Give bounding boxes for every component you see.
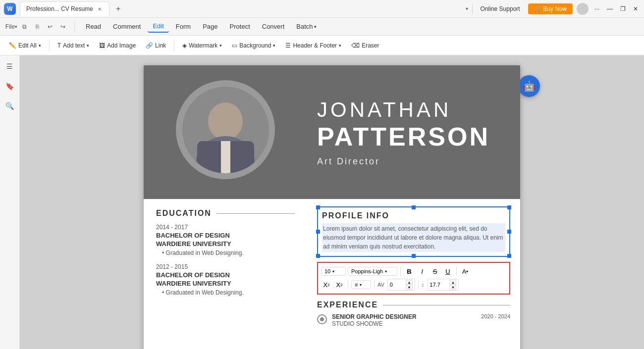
eraser-icon: ⌫ <box>351 42 360 49</box>
text-format-toolbar: 10 ▾ Poppins-Ligh ▾ B I S U <box>317 262 510 295</box>
resume-right-column: PROFILE INFO Lorem ipsum dolor sit amet,… <box>307 199 520 349</box>
file-menu[interactable]: File ▾ <box>6 21 17 32</box>
add-text-button[interactable]: T Add text ▾ <box>54 40 93 51</box>
edit-all-button[interactable]: ✏️ Edit All ▾ <box>5 40 45 51</box>
eraser-button[interactable]: ⌫ Eraser <box>347 40 383 51</box>
left-sidebar: ☰ 🔖 🔍 <box>0 55 20 349</box>
handle-bottom-mid <box>412 254 416 258</box>
menu-page[interactable]: Page <box>198 21 222 32</box>
subscript-button[interactable]: X2 <box>334 279 345 290</box>
user-avatar[interactable] <box>577 3 589 15</box>
bold-button[interactable]: B <box>404 266 415 277</box>
spacing-up[interactable]: ▲ <box>406 280 413 285</box>
avatar-inner-circle <box>182 87 269 173</box>
edit-all-icon: ✏️ <box>9 42 16 49</box>
profile-info-text[interactable]: Lorem ipsum dolor sit amet, consectetur … <box>322 223 505 252</box>
menu-protect[interactable]: Protect <box>225 21 255 32</box>
char-spacing-input[interactable]: 0 ▲ ▼ <box>387 279 415 291</box>
education-title: EDUCATION <box>156 209 295 218</box>
redo-button[interactable]: ↪ <box>57 21 68 32</box>
svg-rect-4 <box>221 141 230 173</box>
resume-header-text: JONATHAN PATTERSON Art Director <box>307 83 520 182</box>
handle-bottom-left <box>316 254 320 258</box>
menu-convert[interactable]: Convert <box>257 21 290 32</box>
watermark-button[interactable]: ◈ Watermark ▾ <box>178 40 226 51</box>
format-sep-5 <box>418 280 419 289</box>
font-color-button[interactable]: A ▾ <box>460 266 471 277</box>
undo-button[interactable]: ↩ <box>45 21 55 32</box>
close-button[interactable]: ✕ <box>631 4 640 13</box>
spacing-label: AV <box>377 282 384 288</box>
header-footer-button[interactable]: ☰ Header & Footer ▾ <box>281 40 345 51</box>
maximize-button[interactable]: ❐ <box>618 4 627 13</box>
underline-button[interactable]: U <box>442 266 453 277</box>
title-bar: W Profession... CV Resume ✕ + ▾ Online S… <box>0 0 644 18</box>
person-photo <box>182 87 269 173</box>
menu-form[interactable]: Form <box>171 21 196 32</box>
watermark-icon: ◈ <box>182 42 187 49</box>
svg-point-1 <box>208 102 243 140</box>
add-text-icon: T <box>57 42 61 49</box>
spacing-spinner[interactable]: ▲ ▼ <box>406 280 413 290</box>
sidebar-thumbnails[interactable]: ☰ <box>3 59 17 73</box>
resume-body: EDUCATION 2014 - 2017 BACHELOR OF DESIGN… <box>144 199 520 349</box>
more-options-button[interactable]: ··· <box>592 4 601 13</box>
format-row-1: 10 ▾ Poppins-Ligh ▾ B I S U <box>321 266 506 277</box>
menu-batch[interactable]: Batch ▾ <box>291 21 321 32</box>
font-name-select[interactable]: Poppins-Ligh ▾ <box>348 267 397 276</box>
online-support-link[interactable]: Online Support <box>477 3 524 14</box>
line-height-down[interactable]: ▼ <box>449 285 456 290</box>
sidebar-search[interactable]: 🔍 <box>3 99 17 113</box>
experience-line <box>383 305 510 305</box>
italic-button[interactable]: I <box>417 266 428 277</box>
new-tab-button[interactable]: + <box>111 2 125 16</box>
buy-now-button[interactable]: 🛒 Buy Now <box>528 3 573 14</box>
sidebar-bookmarks[interactable]: 🔖 <box>3 79 17 93</box>
font-size-select[interactable]: 10 ▾ <box>321 267 346 276</box>
line-height-up[interactable]: ▲ <box>449 280 456 285</box>
tab-title: Profession... CV Resume <box>26 5 93 12</box>
superscript-button[interactable]: X2 <box>321 279 332 290</box>
resume-left-column: EDUCATION 2014 - 2017 BACHELOR OF DESIGN… <box>144 199 307 349</box>
edit-toolbar: ✏️ Edit All ▾ T Add text ▾ 🖼 Add Image 🔗… <box>0 36 644 55</box>
align-button[interactable]: ≡ ▾ <box>351 280 371 289</box>
format-sep-2 <box>456 267 457 276</box>
profile-info-selected-box[interactable]: PROFILE INFO Lorem ipsum dolor sit amet,… <box>317 206 510 257</box>
handle-mid-left <box>316 230 320 234</box>
line-height-spinner[interactable]: ▲ ▼ <box>449 280 456 290</box>
line-height-input[interactable]: 17.7 ▲ ▼ <box>427 279 459 291</box>
education-line <box>216 213 295 214</box>
copy-button[interactable]: ⧉ <box>19 21 30 32</box>
line-height-icon: ↕ <box>422 282 425 288</box>
education-item-1: 2014 - 2017 BACHELOR OF DESIGN WARDIERE … <box>156 224 295 256</box>
spacing-down[interactable]: ▼ <box>406 285 413 290</box>
menu-comment[interactable]: Comment <box>108 21 146 32</box>
document-tab[interactable]: Profession... CV Resume ✕ <box>20 1 109 16</box>
background-button[interactable]: ▭ Background ▾ <box>228 40 279 51</box>
resume-header: JONATHAN PATTERSON Art Director <box>144 65 520 199</box>
format-sep-1 <box>400 267 401 276</box>
background-icon: ▭ <box>232 42 237 49</box>
handle-top-right <box>507 205 511 209</box>
content-area[interactable]: 🤖 <box>20 55 644 349</box>
paste-button[interactable]: ⎘ <box>32 21 43 32</box>
handle-top-left <box>316 205 320 209</box>
menu-read[interactable]: Read <box>81 21 106 32</box>
minimize-button[interactable]: — <box>605 4 614 13</box>
experience-item-1: SENIOR GRAPHIC DESIGNER STUDIO SHODWE 20… <box>317 313 510 327</box>
link-button[interactable]: 🔗 Link <box>142 40 170 51</box>
add-image-button[interactable]: 🖼 Add Image <box>95 40 140 51</box>
format-row-2: X2 X2 ≡ ▾ AV <box>321 279 506 291</box>
handle-top-mid <box>412 205 416 209</box>
header-footer-icon: ☰ <box>285 42 291 49</box>
pdf-document: 🤖 <box>144 65 520 349</box>
tab-close-button[interactable]: ✕ <box>96 5 103 12</box>
link-icon: 🔗 <box>146 42 153 49</box>
format-sep-3 <box>348 280 348 289</box>
education-item-2: 2012 - 2015 BACHELOR OF DESIGN WARDIERE … <box>156 263 295 296</box>
tabs-dropdown[interactable]: ▾ <box>466 6 468 11</box>
format-sep-4 <box>374 280 375 289</box>
strikethrough-button[interactable]: S <box>429 266 440 277</box>
ai-assistant-button[interactable]: 🤖 <box>518 75 540 97</box>
menu-edit[interactable]: Edit <box>148 20 168 33</box>
